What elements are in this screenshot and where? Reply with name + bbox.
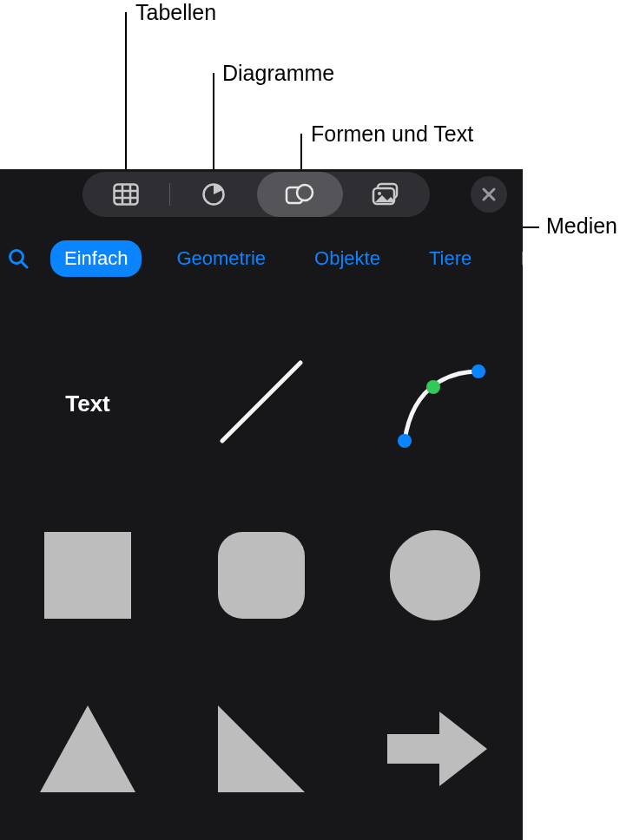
rounded-square-icon: [209, 523, 313, 631]
insert-type-segmented-control: [82, 172, 430, 217]
category-tab-tiere[interactable]: Tiere: [415, 240, 485, 277]
svg-point-16: [426, 380, 440, 394]
svg-line-12: [22, 262, 27, 267]
shape-picker-panel: Einfach Geometrie Objekte Tiere N Text: [0, 169, 523, 840]
svg-point-10: [378, 192, 381, 195]
right-triangle-icon: [209, 697, 313, 804]
circle-icon: [383, 523, 487, 631]
category-tab-geometrie[interactable]: Geometrie: [162, 240, 280, 277]
pie-chart-icon: [201, 182, 226, 207]
callout-label-tables: Tabellen: [135, 0, 216, 25]
segment-media-button[interactable]: [343, 172, 430, 217]
search-icon: [7, 247, 30, 270]
textbox-label: Text: [65, 390, 110, 417]
table-icon: [113, 183, 139, 206]
segment-charts-button[interactable]: [170, 172, 257, 217]
callout-line-tables: [125, 12, 127, 177]
bezier-curve-icon: [379, 345, 491, 462]
shape-curve-button[interactable]: [348, 317, 522, 490]
svg-point-14: [398, 434, 412, 448]
category-tabs: Einfach Geometrie Objekte Tiere N: [0, 237, 523, 280]
shapes-grid: Text: [0, 317, 523, 837]
shape-text-button[interactable]: Text: [1, 317, 175, 490]
svg-point-19: [390, 530, 480, 620]
image-stack-icon: [372, 182, 401, 207]
svg-marker-22: [387, 712, 487, 786]
shape-square-button[interactable]: [1, 490, 175, 664]
search-button[interactable]: [7, 241, 30, 276]
close-button[interactable]: [471, 176, 507, 213]
triangle-icon: [31, 697, 144, 804]
arrow-right-icon: [379, 701, 491, 800]
svg-rect-18: [218, 532, 305, 619]
svg-rect-0: [114, 185, 137, 205]
svg-point-15: [471, 364, 485, 378]
svg-point-7: [297, 185, 313, 200]
shapes-icon: [285, 182, 314, 207]
close-icon: [481, 187, 497, 202]
segment-tables-button[interactable]: [82, 172, 169, 217]
square-icon: [36, 523, 140, 631]
shape-triangle-button[interactable]: [1, 664, 175, 837]
segment-shapes-button[interactable]: [257, 172, 344, 217]
category-tab-einfach[interactable]: Einfach: [50, 240, 142, 277]
shape-arrow-right-button[interactable]: [348, 664, 522, 837]
category-tab-objekte[interactable]: Objekte: [300, 240, 394, 277]
shape-circle-button[interactable]: [348, 490, 522, 664]
shape-line-button[interactable]: [175, 317, 348, 490]
svg-marker-21: [218, 705, 305, 792]
svg-line-13: [222, 363, 300, 441]
category-tab-next-partial[interactable]: N: [506, 240, 523, 277]
shape-right-triangle-button[interactable]: [175, 664, 348, 837]
svg-marker-20: [40, 705, 135, 792]
callout-label-charts: Diagramme: [222, 61, 334, 86]
shape-rounded-square-button[interactable]: [175, 490, 348, 664]
svg-rect-17: [44, 532, 131, 619]
line-icon: [205, 345, 318, 462]
callout-label-media: Medien: [546, 213, 617, 239]
callout-line-charts: [213, 73, 214, 177]
callout-label-shapes: Formen und Text: [311, 121, 473, 147]
callout-layer: Tabellen Diagramme Formen und Text: [0, 0, 633, 169]
